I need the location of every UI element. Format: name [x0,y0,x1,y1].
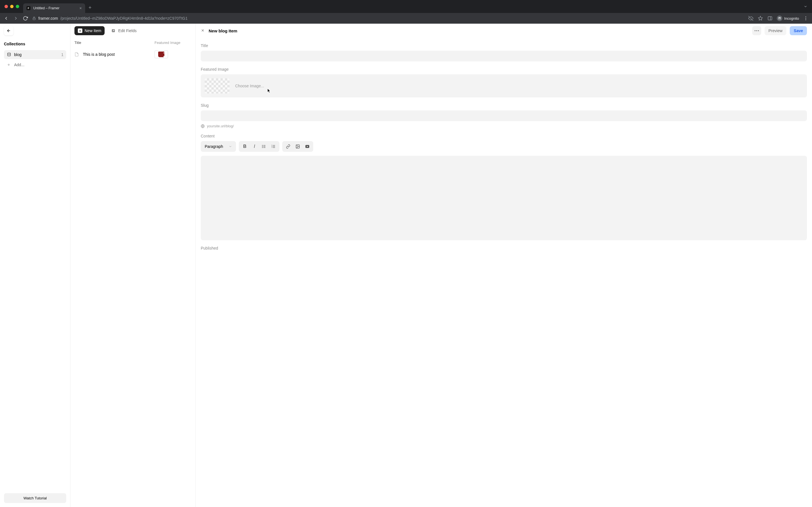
more-options-button[interactable] [752,26,761,35]
content-editor[interactable] [201,156,807,240]
plus-square-icon: + [78,29,82,33]
tab-title: Untitled – Framer [33,6,59,10]
window-titlebar: F Untitled – Framer × + [0,0,812,13]
svg-rect-3 [768,17,772,20]
edit-fields-button[interactable]: Edit Fields [107,26,140,36]
edit-fields-label: Edit Fields [118,29,137,33]
save-button[interactable]: Save [790,26,807,35]
browser-address-bar: framer.com/projects/Untitled--mZ98oDWaPJ… [0,13,812,24]
collections-sidebar: Collections blog 1 Add... Watch Tutorial [0,24,70,507]
window-controls [4,5,19,8]
close-window-button[interactable] [4,5,8,8]
table-row[interactable]: This is a blog post [70,48,195,61]
svg-rect-0 [33,18,35,20]
row-title: This is a blog post [83,52,151,57]
detail-header: New blog Item [209,29,238,33]
svg-point-11 [8,53,11,54]
kebab-menu-icon[interactable] [803,15,809,21]
dots-horizontal-icon [755,30,759,31]
italic-button[interactable]: I [250,142,259,151]
back-icon[interactable] [3,15,9,21]
svg-point-17 [755,30,755,31]
app-back-button[interactable] [4,26,13,36]
slug-input[interactable] [201,110,807,121]
image-picker[interactable]: Choose Image... [201,74,807,98]
svg-point-26 [262,147,262,148]
arrow-left-icon [6,29,11,33]
tabs-overflow-chevron-icon[interactable] [804,4,808,8]
row-thumbnail [154,50,168,58]
svg-point-5 [778,18,779,19]
title-input[interactable] [201,51,807,61]
svg-point-35 [297,146,297,146]
incognito-icon [777,15,782,21]
sidebar-item-count: 1 [61,52,63,57]
svg-point-18 [756,30,757,31]
sidebar-heading: Collections [4,42,66,46]
url-display[interactable]: framer.com/projects/Untitled--mZ98oDWaPJ… [32,16,188,20]
panel-icon[interactable] [767,15,773,21]
bold-button[interactable]: B [240,142,250,151]
globe-icon [201,124,205,128]
new-item-button[interactable]: + New Item [74,26,105,35]
minimize-window-button[interactable] [10,5,13,8]
content-field-label: Content [201,134,807,138]
framer-favicon: F [27,6,31,10]
title-field-label: Title [201,43,807,48]
reload-icon[interactable] [22,15,28,21]
star-icon[interactable] [758,15,763,21]
image-placeholder [205,78,230,94]
svg-point-7 [806,17,806,17]
svg-point-9 [806,19,806,20]
new-tab-button[interactable]: + [89,5,92,11]
forward-icon[interactable] [13,15,18,21]
svg-point-24 [262,146,262,147]
watch-tutorial-button[interactable]: Watch Tutorial [4,493,66,503]
plus-icon [7,63,11,67]
incognito-badge[interactable]: Incognito [777,15,799,21]
svg-point-8 [806,18,806,18]
external-icon [111,28,116,33]
choose-image-label: Choose Image... [235,83,264,88]
slug-field-label: Slug [201,103,807,108]
video-button[interactable] [303,142,312,151]
bullet-list-button[interactable] [259,142,269,151]
close-tab-icon[interactable]: × [80,6,82,10]
preview-button[interactable]: Preview [765,26,786,35]
featured-image-label: Featured Image [201,67,807,71]
maximize-window-button[interactable] [16,5,19,8]
sidebar-item-blog[interactable]: blog 1 [4,50,66,59]
column-title: Title [74,41,154,45]
column-featured-image: Featured Image [154,41,192,45]
tutorial-label: Watch Tutorial [23,496,47,500]
eye-off-icon[interactable] [748,15,754,21]
table-header: Title Featured Image [70,38,195,48]
link-button[interactable] [283,142,293,151]
url-host: framer.com [38,16,58,20]
close-panel-button[interactable] [201,29,205,33]
new-item-label: New Item [85,29,101,33]
published-field-label: Published [201,246,807,250]
chevron-down-icon [229,145,232,148]
ordered-list-button[interactable]: 123 [269,142,278,151]
sidebar-add-collection[interactable]: Add... [4,60,66,69]
browser-tab[interactable]: F Untitled – Framer × [23,3,85,13]
items-panel: + New Item Edit Fields Title Featured Im… [70,24,196,507]
slug-url-preview: yoursite.url/blog/ [207,124,234,128]
svg-marker-2 [758,16,763,20]
svg-point-6 [780,18,781,19]
database-icon [7,52,11,57]
paragraph-select-value: Paragraph [205,144,223,149]
image-button[interactable] [293,142,303,151]
svg-point-19 [758,30,759,31]
add-label: Add... [14,62,24,67]
document-icon [74,52,79,57]
url-path: /projects/Untitled--mZ98oDWaPJyDRgKHm9n8… [60,16,188,20]
lock-icon [32,16,36,20]
preview-label: Preview [769,29,783,33]
sidebar-item-label: blog [14,52,21,57]
svg-text:3: 3 [272,147,273,148]
paragraph-select[interactable]: Paragraph [201,141,236,152]
save-label: Save [794,29,803,33]
incognito-label: Incognito [784,16,799,20]
